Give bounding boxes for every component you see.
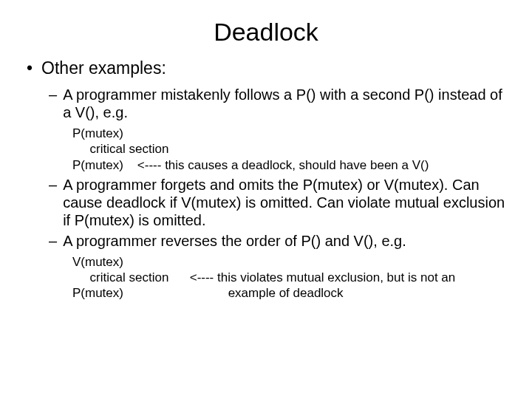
slide-content: • Other examples: – A programmer mistake…: [0, 50, 532, 301]
bullet-level-2: – A programmer reverses the order of P()…: [49, 232, 505, 250]
code-block-1: P(mutex) critical section P(mutex) <----…: [72, 126, 505, 173]
code-line: critical section <---- this violates mut…: [72, 270, 505, 285]
dash-icon: –: [49, 176, 57, 194]
bullet-level-2: – A programmer mistakenly follows a P() …: [49, 86, 505, 121]
bullet-level-2: – A programmer forgets and omits the P(m…: [49, 176, 505, 229]
sub-bullet-1-text: A programmer mistakenly follows a P() wi…: [63, 86, 505, 121]
dash-icon: –: [49, 232, 57, 250]
code-line: critical section: [72, 141, 505, 157]
code-line: V(mutex): [72, 254, 505, 270]
code-line: P(mutex) <---- this causes a deadlock, s…: [72, 157, 505, 173]
bullet-dot-icon: •: [27, 60, 33, 77]
bullet-1-text: Other examples:: [41, 58, 166, 78]
sub-bullet-3-text: A programmer reverses the order of P() a…: [63, 232, 406, 250]
bullet-level-1: • Other examples:: [27, 58, 505, 78]
sub-bullet-2-text: A programmer forgets and omits the P(mut…: [63, 176, 505, 229]
code-line: P(mutex) example of deadlock: [72, 285, 505, 301]
code-block-2: V(mutex) critical section <---- this vio…: [72, 254, 505, 301]
code-line: P(mutex): [72, 126, 505, 141]
dash-icon: –: [49, 86, 57, 103]
slide-title: Deadlock: [0, 0, 532, 50]
